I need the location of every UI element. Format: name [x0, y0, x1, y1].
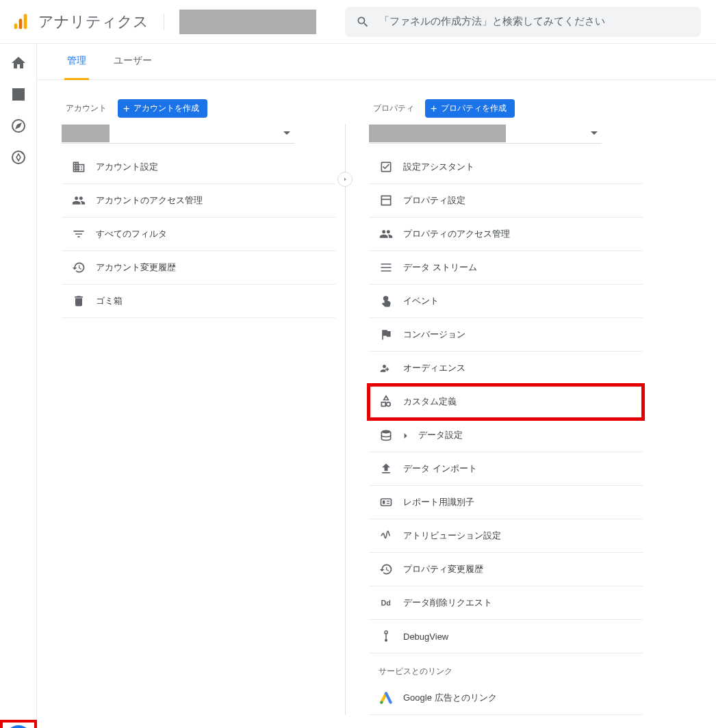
business-icon	[71, 160, 86, 174]
column-swap-button[interactable]	[337, 172, 353, 187]
stream-icon	[379, 261, 394, 274]
admin-tabs: 管理 ユーザー	[37, 44, 716, 80]
menu-item-label: データ インポート	[403, 463, 477, 475]
bar-chart-icon	[10, 86, 27, 103]
menu-item-label: データ設定	[418, 429, 463, 441]
database-icon	[379, 428, 394, 442]
history-icon	[71, 261, 86, 274]
plus-icon: +	[123, 103, 129, 114]
id-icon	[379, 495, 394, 509]
debug-icon	[379, 629, 394, 643]
property-item-2[interactable]: プロパティのアクセス管理	[369, 218, 643, 251]
dd-icon	[379, 596, 394, 610]
create-property-button[interactable]: + プロパティを作成	[425, 99, 515, 118]
svg-point-11	[380, 701, 383, 704]
upload-icon	[379, 462, 394, 476]
history-icon	[379, 562, 394, 576]
tab-admin[interactable]: 管理	[64, 44, 89, 80]
property-item-7[interactable]: カスタム定義	[369, 385, 643, 419]
account-label: アカウント	[66, 103, 107, 114]
checkbox-icon	[379, 160, 394, 174]
links-section-title: サービスとのリンク	[369, 653, 643, 681]
account-item-0[interactable]: アカウント設定	[62, 151, 335, 184]
create-account-button[interactable]: + アカウントを作成	[118, 99, 207, 118]
people-icon	[379, 227, 394, 241]
search-box[interactable]: 「ファネルの作成方法」と検索してみてください	[345, 7, 701, 37]
property-item-10[interactable]: レポート用識別子	[369, 486, 643, 519]
attribution-icon	[379, 529, 394, 543]
svg-rect-10	[24, 14, 27, 29]
property-item-0[interactable]: 設定アシスタント	[369, 151, 643, 184]
account-item-3[interactable]: アカウント変更履歴	[62, 251, 335, 285]
menu-item-label: レポート用識別子	[403, 496, 474, 508]
left-nav-rail	[0, 44, 37, 728]
search-placeholder: 「ファネルの作成方法」と検索してみてください	[379, 15, 605, 28]
divider	[164, 14, 164, 30]
property-item-14[interactable]: DebugView	[369, 620, 643, 653]
chevron-down-icon	[283, 127, 290, 140]
flag-icon	[379, 328, 394, 341]
google-ads-icon	[379, 691, 394, 705]
column-divider	[345, 124, 346, 715]
people-icon	[71, 194, 86, 207]
menu-item-label: DebugView	[403, 632, 448, 642]
chevron-right-icon	[341, 175, 349, 183]
chevron-down-icon	[591, 127, 598, 140]
menu-item-label: プロパティのアクセス管理	[403, 228, 510, 240]
property-item-3[interactable]: データ ストリーム	[369, 251, 643, 285]
tab-user[interactable]: ユーザー	[111, 44, 155, 79]
account-dropdown[interactable]	[62, 123, 294, 144]
menu-item-label: カスタム定義	[403, 395, 457, 408]
target-icon	[10, 149, 27, 166]
account-item-1[interactable]: アカウントのアクセス管理	[62, 184, 335, 218]
account-selector[interactable]	[179, 10, 316, 34]
menu-item-label: コンバージョン	[403, 328, 465, 341]
layout-icon	[379, 194, 394, 207]
nav-home[interactable]	[10, 55, 27, 74]
product-title: アナリティクス	[38, 12, 149, 32]
nav-reports[interactable]	[10, 86, 27, 105]
account-item-4[interactable]: ゴミ箱	[62, 285, 335, 318]
property-item-11[interactable]: アトリビューション設定	[369, 519, 643, 553]
menu-item-label: オーディエンス	[403, 362, 465, 374]
property-column: プロパティ + プロパティを作成 設定アシスタントプロパティ設定プロパティのアク…	[369, 99, 643, 715]
nav-explore[interactable]	[10, 118, 27, 137]
account-item-2[interactable]: すべてのフィルタ	[62, 218, 335, 251]
menu-item-label: 設定アシスタント	[403, 161, 474, 173]
menu-item-label: データ ストリーム	[403, 261, 477, 274]
search-icon	[356, 15, 370, 29]
menu-item-label: すべてのフィルタ	[96, 228, 167, 240]
property-item-4[interactable]: イベント	[369, 285, 643, 318]
property-item-9[interactable]: データ インポート	[369, 452, 643, 486]
property-item-12[interactable]: プロパティ変更履歴	[369, 553, 643, 586]
explore-icon	[10, 118, 27, 134]
property-item-1[interactable]: プロパティ設定	[369, 184, 643, 218]
menu-item-label: アカウント設定	[96, 161, 158, 173]
account-column: アカウント + アカウントを作成 アカウント設定アカウントのアクセス管理すべての…	[62, 99, 335, 715]
property-item-6[interactable]: オーディエンス	[369, 352, 643, 385]
property-item-8[interactable]: データ設定	[369, 419, 643, 452]
property-dropdown[interactable]	[369, 123, 602, 144]
analytics-logo-icon	[11, 12, 30, 31]
menu-item-label: プロパティ変更履歴	[403, 563, 483, 575]
menu-item-label: アトリビューション設定	[403, 530, 501, 542]
touch-icon	[379, 294, 394, 308]
menu-item-label: プロパティ設定	[403, 194, 465, 207]
trash-icon	[71, 294, 86, 308]
home-icon	[10, 55, 27, 71]
menu-item-label: ゴミ箱	[96, 295, 123, 307]
logo[interactable]: アナリティクス	[11, 12, 149, 32]
shapes-icon	[379, 395, 394, 408]
expand-caret-icon	[403, 430, 409, 441]
property-label: プロパティ	[373, 103, 414, 114]
menu-item-label: アカウントのアクセス管理	[96, 194, 203, 207]
property-item-5[interactable]: コンバージョン	[369, 318, 643, 352]
nav-advertising[interactable]	[10, 149, 27, 168]
menu-item-label: アカウント変更履歴	[96, 261, 176, 274]
link-google-ads[interactable]: Google 広告とのリンク	[369, 681, 643, 715]
plus-icon: +	[431, 103, 437, 114]
property-item-13[interactable]: データ削除リクエスト	[369, 586, 643, 620]
filter-icon	[71, 227, 86, 241]
menu-item-label: イベント	[403, 295, 439, 307]
svg-rect-8	[14, 23, 18, 29]
